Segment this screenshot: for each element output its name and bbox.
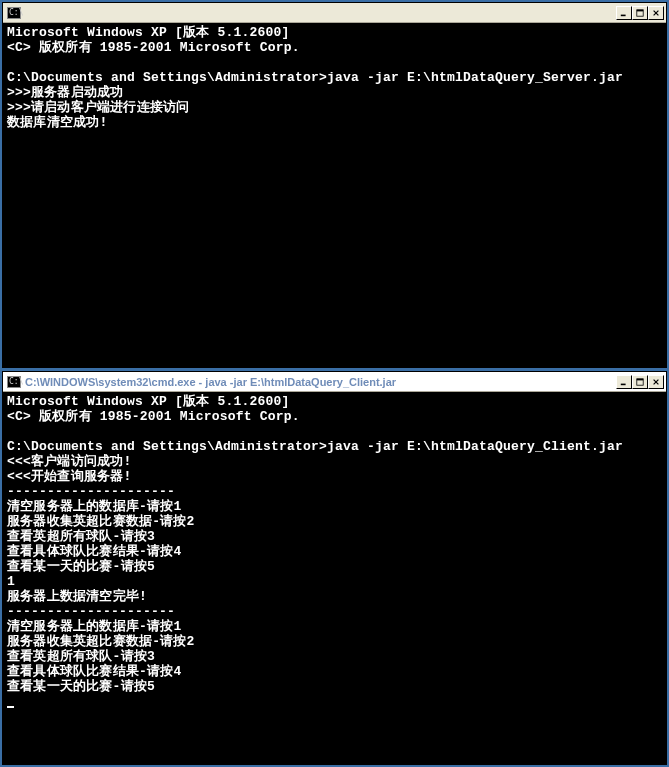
console-line: Microsoft Windows XP [版本 5.1.2600] [7,25,289,40]
console-line: 1 [7,574,15,589]
console-line: 查看具体球队比赛结果-请按4 [7,544,181,559]
maximize-button[interactable] [632,375,648,389]
maximize-button[interactable] [632,6,648,20]
console-line: Microsoft Windows XP [版本 5.1.2600] [7,394,289,409]
console-line: 清空服务器上的数据库-请按1 [7,499,181,514]
minimize-button[interactable] [616,375,632,389]
console-line: <<<开始查询服务器! [7,469,131,484]
console-line: 清空服务器上的数据库-请按1 [7,619,181,634]
console-output-server[interactable]: Microsoft Windows XP [版本 5.1.2600] <C> 版… [3,23,666,367]
console-line: C:\Documents and Settings\Administrator>… [7,70,623,85]
console-line: 查看英超所有球队-请按3 [7,649,155,664]
window-controls [616,375,664,389]
console-line: 查看某一天的比赛-请按5 [7,679,155,694]
titlebar-client[interactable]: C:\ C:\WINDOWS\system32\cmd.exe - java -… [3,372,666,392]
console-line: <C> 版权所有 1985-2001 Microsoft Corp. [7,40,300,55]
console-line: 查看英超所有球队-请按3 [7,529,155,544]
titlebar-server[interactable]: C:\ [3,3,666,23]
title-left: C:\ C:\WINDOWS\system32\cmd.exe - java -… [5,376,396,388]
title-left: C:\ [5,7,25,19]
console-line: 查看具体球队比赛结果-请按4 [7,664,181,679]
console-line: >>>服务器启动成功 [7,85,123,100]
cmd-icon: C:\ [7,376,21,388]
cmd-window-server: C:\ Microsoft Windows XP [版本 5.1.2600] <… [2,2,667,368]
close-button[interactable] [648,6,664,20]
cursor [7,706,14,708]
close-button[interactable] [648,375,664,389]
svg-rect-3 [621,383,626,385]
cmd-window-client: C:\ C:\WINDOWS\system32\cmd.exe - java -… [2,371,667,765]
window-controls [616,6,664,20]
console-line: 数据库清空成功! [7,115,107,130]
svg-rect-0 [621,14,626,16]
console-line: <<<客户端访问成功! [7,454,131,469]
console-line: --------------------- [7,484,175,499]
svg-rect-2 [637,9,643,11]
console-line: 查看某一天的比赛-请按5 [7,559,155,574]
window-title: C:\WINDOWS\system32\cmd.exe - java -jar … [25,376,396,388]
console-line: >>>请启动客户端进行连接访问 [7,100,189,115]
console-line: --------------------- [7,604,175,619]
console-line: <C> 版权所有 1985-2001 Microsoft Corp. [7,409,300,424]
console-line: C:\Documents and Settings\Administrator>… [7,439,623,454]
console-output-client[interactable]: Microsoft Windows XP [版本 5.1.2600] <C> 版… [3,392,666,764]
svg-rect-5 [637,378,643,380]
cmd-icon: C:\ [7,7,21,19]
console-line: 服务器上数据清空完毕! [7,589,147,604]
minimize-button[interactable] [616,6,632,20]
console-line: 服务器收集英超比赛数据-请按2 [7,634,195,649]
console-line: 服务器收集英超比赛数据-请按2 [7,514,195,529]
